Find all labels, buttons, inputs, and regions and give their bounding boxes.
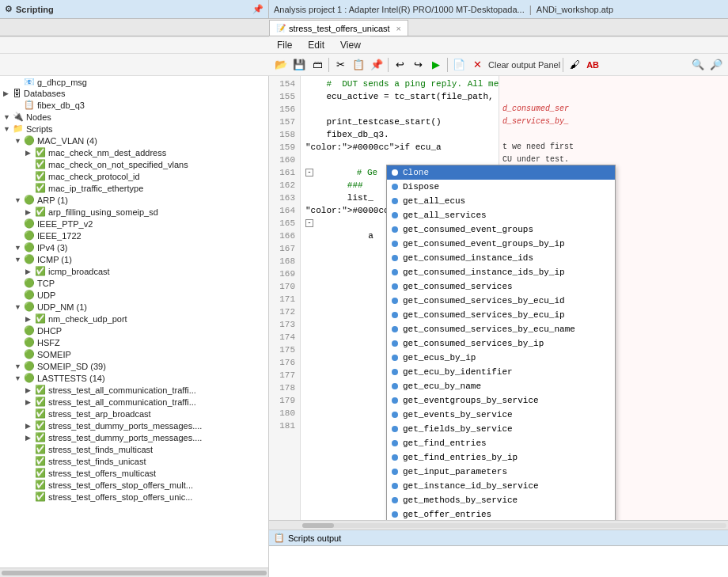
autocomplete-item[interactable]: get_consumed_instance_ids_by_ip xyxy=(387,265,615,279)
tree-item[interactable]: ▶✅nm_check_udp_port xyxy=(0,313,268,325)
menu-view[interactable]: View xyxy=(337,39,364,51)
tree-item[interactable]: 🟢SOMEIP xyxy=(0,348,268,360)
autocomplete-item[interactable]: get_find_entries_by_ip xyxy=(387,450,615,465)
tree-item[interactable]: 🟢IEEE_1722 xyxy=(0,230,268,241)
collapse-button[interactable]: - xyxy=(305,169,313,177)
tree-toggle[interactable]: ▶ xyxy=(25,422,33,430)
toolbar-save[interactable]: 💾 xyxy=(290,56,308,74)
tab-atp[interactable]: ANDi_workshop.atp xyxy=(537,5,613,14)
tree-item[interactable]: 📧g_dhcp_msg xyxy=(0,76,268,88)
tree-item[interactable]: ▶✅stress_test_all_communication_traffi..… xyxy=(0,396,268,408)
tree-item[interactable]: ▶✅icmp_broadcast xyxy=(0,265,268,277)
tree-item[interactable]: ✅stress_test_finds_multicast xyxy=(0,443,268,455)
tree-toggle[interactable]: ▶ xyxy=(25,315,33,323)
toolbar-redo[interactable]: ↪ xyxy=(409,56,427,74)
autocomplete-item[interactable]: get_fields_by_service xyxy=(387,422,615,436)
tree-item[interactable]: ▼🟢ARP (1) xyxy=(0,194,268,206)
tree-item[interactable]: ▶✅arp_filling_using_someip_sd xyxy=(0,206,268,218)
tab-analysis[interactable]: Analysis project 1 : Adapter Intel(R) PR… xyxy=(274,5,525,14)
toolbar-cut[interactable]: ✂ xyxy=(332,56,349,74)
autocomplete-item[interactable]: get_ecus_by_ip xyxy=(387,351,615,365)
autocomplete-item[interactable]: get_consumed_services_by_ecu_name xyxy=(387,322,615,336)
toolbar-zoom[interactable]: 🔍 xyxy=(689,56,707,74)
tree-toggle[interactable]: ▶ xyxy=(25,268,33,275)
tree-item[interactable]: ✅mac_ip_traffic_ethertype xyxy=(0,182,268,194)
tree-toggle[interactable]: ▶ xyxy=(25,434,33,442)
tree-toggle[interactable]: ▼ xyxy=(14,196,22,204)
autocomplete-item[interactable]: get_offer_entries xyxy=(387,507,615,520)
autocomplete-item[interactable]: get_consumed_services_by_ip xyxy=(387,336,615,351)
tree-item[interactable]: ✅stress_test_offers_multicast xyxy=(0,467,268,479)
autocomplete-item[interactable]: get_instance_id_by_service xyxy=(387,479,615,493)
autocomplete-item[interactable]: get_all_services xyxy=(387,208,615,222)
menu-edit[interactable]: Edit xyxy=(305,39,328,51)
tree-toggle[interactable]: ▶ xyxy=(25,398,33,406)
tree-item[interactable]: ▶✅stress_test_all_communication_traffi..… xyxy=(0,384,268,396)
autocomplete-item[interactable]: get_input_parameters xyxy=(387,465,615,479)
tree-item[interactable]: 🟢TCP xyxy=(0,277,268,289)
tree-toggle[interactable]: ▶ xyxy=(25,386,33,394)
tree-toggle[interactable]: ▶ xyxy=(3,89,11,97)
tree-item[interactable]: ▼🟢SOMEIP_SD (39) xyxy=(0,360,268,372)
tab-close-btn[interactable]: × xyxy=(396,24,401,33)
autocomplete-item[interactable]: get_consumed_event_groups xyxy=(387,222,615,237)
tree-item[interactable]: ✅stress_test_offers_stop_offers_unic... xyxy=(0,491,268,503)
toolbar-undo[interactable]: ↩ xyxy=(391,56,408,74)
tree-item[interactable]: ▼🟢LASTTESTS (14) xyxy=(0,372,268,384)
autocomplete-item[interactable]: get_consumed_services xyxy=(387,279,615,294)
tree-toggle[interactable]: ▼ xyxy=(14,374,22,382)
toolbar-open[interactable]: 📂 xyxy=(272,56,290,74)
tree-toggle[interactable]: ▶ xyxy=(25,149,33,157)
autocomplete-item[interactable]: get_methods_by_service xyxy=(387,493,615,507)
autocomplete-item[interactable]: get_consumed_services_by_ecu_ip xyxy=(387,308,615,322)
autocomplete-item[interactable]: Clone xyxy=(387,165,615,180)
tree-item[interactable]: 🟢UDP xyxy=(0,289,268,301)
menu-file[interactable]: File xyxy=(274,39,295,51)
tree-item[interactable]: ✅stress_test_arp_broadcast xyxy=(0,408,268,419)
tree-item[interactable]: ✅stress_test_offers_stop_offers_mult... xyxy=(0,479,268,491)
toolbar-zoom2[interactable]: 🔎 xyxy=(707,56,725,74)
tree-toggle[interactable]: ▼ xyxy=(14,256,22,264)
tree-item[interactable]: ▼🟢IPv4 (3) xyxy=(0,241,268,253)
collapse-button[interactable]: - xyxy=(305,219,313,227)
tree-item[interactable]: ✅mac_check_protocol_id xyxy=(0,170,268,182)
pin-icon[interactable]: 📌 xyxy=(252,4,264,14)
tree-toggle[interactable]: ▼ xyxy=(14,244,22,252)
editor-tab[interactable]: 📝 stress_test_offers_unicast × xyxy=(269,20,408,36)
tree-item[interactable]: 🟢IEEE_PTP_v2 xyxy=(0,218,268,230)
autocomplete-item[interactable]: get_eventgroups_by_service xyxy=(387,393,615,408)
tree-toggle[interactable]: ▼ xyxy=(14,303,22,311)
autocomplete-item[interactable]: get_consumed_services_by_ecu_id xyxy=(387,294,615,308)
tree-item[interactable]: ▶✅mac_check_nm_dest_address xyxy=(0,146,268,158)
tree-item[interactable]: ▶✅stress_test_dummy_ports_messages.... xyxy=(0,431,268,443)
tree-item[interactable]: ▶✅stress_test_dummy_ports_messages.... xyxy=(0,419,268,431)
tree-item[interactable]: 🟢DHCP xyxy=(0,325,268,336)
tree-toggle[interactable]: ▼ xyxy=(14,363,22,370)
toolbar-stop[interactable]: ✕ xyxy=(468,56,486,74)
autocomplete-item[interactable]: get_find_entries xyxy=(387,436,615,450)
tree-item[interactable]: ✅mac_check_on_not_specified_vlans xyxy=(0,158,268,170)
toolbar-run[interactable]: ▶ xyxy=(427,56,445,74)
tree-toggle[interactable]: ▶ xyxy=(25,208,33,216)
tree-item[interactable]: ✅stress_test_finds_unicast xyxy=(0,455,268,467)
tree-item[interactable]: ▼📁Scripts xyxy=(0,123,268,135)
toolbar-copy[interactable]: 📋 xyxy=(350,56,367,74)
tree-toggle[interactable]: ▼ xyxy=(3,125,11,133)
tree-item[interactable]: ▼🟢UDP_NM (1) xyxy=(0,301,268,313)
toolbar-script-icon[interactable]: 📄 xyxy=(450,56,468,74)
toolbar-brush[interactable]: 🖌 xyxy=(566,56,583,74)
tree-item[interactable]: ▶🗄Databases xyxy=(0,88,268,99)
tree-item[interactable]: ▼🟢MAC_VLAN (4) xyxy=(0,135,268,146)
autocomplete-item[interactable]: get_all_ecus xyxy=(387,194,615,208)
autocomplete-item[interactable]: Dispose xyxy=(387,180,615,194)
autocomplete-item[interactable]: get_consumed_instance_ids xyxy=(387,251,615,265)
autocomplete-item[interactable]: get_ecu_by_name xyxy=(387,379,615,393)
tree-item[interactable]: 🟢HSFZ xyxy=(0,336,268,348)
autocomplete-dropdown[interactable]: CloneDisposeget_all_ecusget_all_services… xyxy=(386,165,616,520)
tree-item[interactable]: ▼🟢ICMP (1) xyxy=(0,253,268,265)
toolbar-paste[interactable]: 📌 xyxy=(368,56,385,74)
tree-toggle[interactable]: ▼ xyxy=(14,137,22,145)
autocomplete-item[interactable]: get_events_by_service xyxy=(387,408,615,422)
toolbar-ab[interactable]: AB xyxy=(584,56,601,74)
autocomplete-item[interactable]: get_consumed_event_groups_by_ip xyxy=(387,237,615,251)
